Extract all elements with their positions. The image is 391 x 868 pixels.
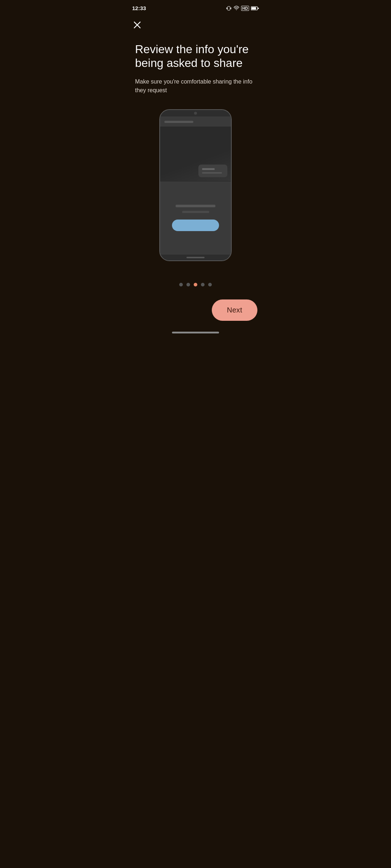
phone-screen: [160, 116, 231, 255]
svg-rect-1: [226, 7, 227, 9]
phone-cta-button: [172, 220, 219, 231]
close-button[interactable]: [125, 14, 266, 35]
main-content: Review the info you're being asked to sh…: [125, 35, 266, 261]
wifi-icon: [234, 5, 239, 11]
vibrate-icon: [226, 5, 232, 11]
svg-rect-2: [231, 7, 231, 9]
phone-text-line1: [176, 205, 215, 207]
phone-top-bar: [160, 110, 231, 116]
phone-card: [198, 165, 227, 177]
status-bar: 12:33 HD: [125, 0, 266, 14]
svg-rect-7: [251, 7, 256, 9]
page-title: Review the info you're being asked to sh…: [135, 42, 256, 70]
svg-rect-4: [230, 8, 231, 9]
status-time: 12:33: [132, 5, 146, 11]
pagination-dots: [125, 283, 266, 294]
phone-side-button: [231, 139, 232, 153]
phone-header-line: [164, 121, 193, 123]
next-button-container: Next: [125, 294, 266, 332]
phone-camera: [194, 112, 197, 115]
svg-rect-8: [258, 8, 259, 9]
phone-card-line2: [202, 172, 222, 174]
close-icon: [132, 20, 142, 30]
home-indicator: [125, 332, 266, 337]
hd-icon: HD: [241, 6, 249, 11]
phone-home-indicator: [186, 257, 205, 258]
dot-3-active: [194, 283, 197, 286]
phone-text-line2: [182, 211, 209, 213]
page-subtitle: Make sure you're comfortable sharing the…: [135, 77, 256, 95]
phone-top-section: [160, 116, 231, 181]
dot-4: [201, 283, 205, 286]
phone-illustration: [135, 109, 256, 261]
svg-point-5: [236, 9, 237, 10]
dot-2: [186, 283, 190, 286]
phone-home-bar: [160, 255, 231, 260]
dot-5: [208, 283, 212, 286]
home-bar: [172, 332, 219, 333]
phone-mockup: [159, 109, 232, 261]
status-icons: HD: [226, 5, 259, 11]
battery-icon: [251, 6, 259, 11]
phone-bottom-section: [160, 182, 231, 255]
phone-card-line1: [202, 168, 215, 170]
dot-1: [179, 283, 183, 286]
svg-rect-0: [228, 6, 230, 10]
next-button[interactable]: Next: [212, 299, 257, 321]
svg-rect-3: [227, 8, 227, 9]
